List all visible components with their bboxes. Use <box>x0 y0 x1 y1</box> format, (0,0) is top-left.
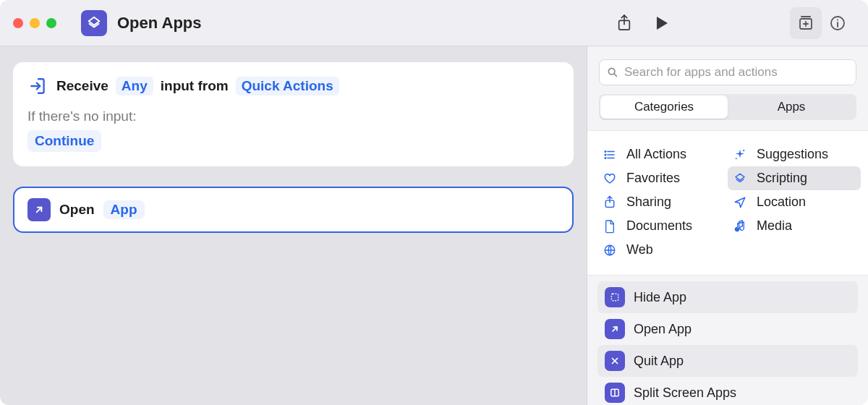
window: Open Apps <box>0 0 868 405</box>
library-sidebar: Categories Apps All Actions <box>587 46 868 405</box>
scripting-icon <box>732 172 748 185</box>
split-screen-icon <box>605 383 625 403</box>
minimize-window-button[interactable] <box>30 18 40 28</box>
list-icon <box>602 148 618 161</box>
receive-row: Receive Any input from Quick Actions <box>27 75 559 97</box>
segment-apps[interactable]: Apps <box>728 95 855 119</box>
receive-label: Receive <box>56 78 109 94</box>
category-label: Sharing <box>626 195 671 210</box>
svg-point-12 <box>605 157 606 158</box>
action-open-label: Open <box>59 202 95 218</box>
close-window-button[interactable] <box>13 18 23 28</box>
toolbar-buttons <box>608 7 678 39</box>
action-app-token[interactable]: App <box>103 200 145 219</box>
quit-app-icon <box>605 351 625 371</box>
search-icon <box>607 67 618 78</box>
category-label: Favorites <box>626 171 680 186</box>
svg-point-18 <box>736 228 739 231</box>
shortcuts-app-icon <box>81 10 107 36</box>
run-button[interactable] <box>646 7 678 39</box>
document-icon <box>602 219 618 234</box>
action-item-quit-app[interactable]: Quit App <box>597 345 858 377</box>
category-web[interactable]: Web <box>587 238 728 262</box>
window-controls <box>13 18 56 28</box>
action-item-hide-app[interactable]: Hide App <box>597 281 858 313</box>
action-item-label: Split Screen Apps <box>634 385 736 401</box>
category-scripting[interactable]: Scripting <box>728 166 861 190</box>
action-item-label: Hide App <box>634 290 686 305</box>
fullscreen-window-button[interactable] <box>46 18 56 28</box>
category-documents[interactable]: Documents <box>587 214 728 238</box>
content-area: Receive Any input from Quick Actions If … <box>0 46 868 405</box>
category-favorites[interactable]: Favorites <box>587 166 728 190</box>
action-open-app-card[interactable]: Open App <box>13 187 574 233</box>
no-input-label: If there's no input: <box>27 108 559 124</box>
category-label: Documents <box>626 218 692 234</box>
workflow-canvas[interactable]: Receive Any input from Quick Actions If … <box>0 46 587 405</box>
input-icon <box>27 75 49 97</box>
svg-point-11 <box>605 154 606 155</box>
svg-rect-19 <box>611 294 618 300</box>
actions-list: Hide App Open App Quit App <box>587 276 868 405</box>
share-icon <box>602 195 618 210</box>
search-field[interactable] <box>599 59 856 85</box>
segment-categories[interactable]: Categories <box>600 95 728 119</box>
category-label: Location <box>757 195 806 210</box>
category-label: All Actions <box>626 147 686 162</box>
input-type-token[interactable]: Any <box>116 77 153 95</box>
category-suggestions[interactable]: Suggestions <box>728 142 868 166</box>
category-all-actions[interactable]: All Actions <box>587 142 728 166</box>
action-item-open-app[interactable]: Open App <box>597 313 858 345</box>
action-item-label: Quit App <box>634 354 684 369</box>
svg-point-15 <box>743 149 744 150</box>
category-location[interactable]: Location <box>728 190 868 214</box>
open-app-action-icon <box>27 198 51 221</box>
no-input-behavior-token[interactable]: Continue <box>27 130 101 152</box>
svg-point-4 <box>837 19 838 20</box>
info-button[interactable] <box>822 7 854 39</box>
search-input[interactable] <box>624 65 848 80</box>
input-source-token[interactable]: Quick Actions <box>236 77 339 95</box>
input-configuration-card[interactable]: Receive Any input from Quick Actions If … <box>13 62 574 166</box>
open-app-icon <box>605 319 625 339</box>
category-label: Scripting <box>757 171 807 186</box>
category-sharing[interactable]: Sharing <box>587 190 728 214</box>
action-item-label: Open App <box>634 322 692 337</box>
music-icon <box>732 219 748 234</box>
category-label: Web <box>626 242 653 257</box>
category-label: Media <box>757 218 792 234</box>
library-segmented-control: Categories Apps <box>599 94 856 120</box>
category-media[interactable]: Media <box>728 214 868 238</box>
globe-icon <box>602 244 618 257</box>
action-item-split-screen[interactable]: Split Screen Apps <box>597 377 858 405</box>
heart-icon <box>602 172 618 185</box>
location-icon <box>732 196 748 209</box>
hide-app-icon <box>605 287 625 307</box>
category-label: Suggestions <box>757 147 828 162</box>
svg-line-6 <box>614 74 616 76</box>
svg-point-10 <box>605 150 606 152</box>
library-button[interactable] <box>790 7 822 39</box>
svg-point-16 <box>736 158 737 159</box>
sidebar-toolbar <box>678 7 854 39</box>
titlebar: Open Apps <box>0 0 868 46</box>
input-from-label: input from <box>161 78 229 94</box>
share-button[interactable] <box>608 7 640 39</box>
sparkle-icon <box>732 148 748 161</box>
categories-panel: All Actions Favorites Shar <box>587 130 868 276</box>
page-title: Open Apps <box>117 14 202 33</box>
